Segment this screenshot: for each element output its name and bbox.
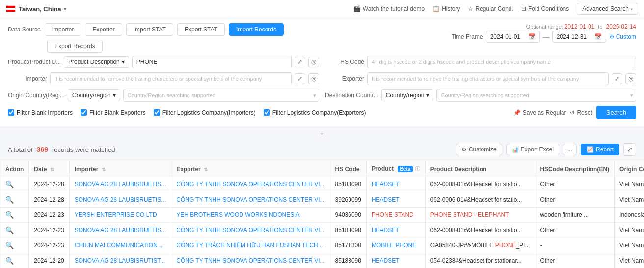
filter-logistics-importers-checkbox[interactable] xyxy=(154,109,160,116)
tab-exporter[interactable]: Exporter xyxy=(85,23,122,36)
col-date[interactable]: Date ⇅ xyxy=(29,161,69,177)
col-exporter[interactable]: Exporter ⇅ xyxy=(171,161,330,177)
origin-label: Origin Country(Regi... xyxy=(8,92,65,99)
search-icon[interactable]: 🔍 xyxy=(5,211,14,219)
fold-conditions-link[interactable]: ⊟ Fold Conditions xyxy=(521,5,569,12)
importer-expand-icon[interactable]: ⤢ xyxy=(295,73,305,84)
cell-date: 2024-12-23 xyxy=(29,208,69,223)
export-records-button[interactable]: Export Records xyxy=(47,40,103,53)
export-excel-button[interactable]: 📊 Export Excel xyxy=(506,144,559,155)
tab-export-stat[interactable]: Export STAT xyxy=(177,23,225,36)
filter-blank-importers-checkbox[interactable] xyxy=(8,109,14,116)
search-icon[interactable]: 🔍 xyxy=(5,257,14,265)
region-selector[interactable]: Taiwan, China ▾ xyxy=(6,5,66,13)
importer-scan-icon[interactable]: ◎ xyxy=(308,73,319,84)
exporter-scan-icon[interactable]: ◎ xyxy=(625,73,636,84)
origin-chevron-icon: ▾ xyxy=(113,92,116,99)
cell-exporter[interactable]: CÔNG TY TNHH SONOVA OPERATIONS CENTER VI… xyxy=(171,223,330,238)
search-icon[interactable]: 🔍 xyxy=(5,241,14,249)
history-link[interactable]: 📋 History xyxy=(432,5,460,12)
save-regular-label: Save as Regular xyxy=(523,109,566,116)
cell-action[interactable]: 🔍 xyxy=(0,223,29,238)
filter-logistics-importers-label: Filter Logistics Company(Importers) xyxy=(162,109,256,116)
filter-logistics-exporters-label: Filter Logistics Company(Exporters) xyxy=(272,109,366,116)
hs-code-input[interactable] xyxy=(367,56,636,68)
cell-action[interactable]: 🔍 xyxy=(0,192,29,208)
cell-hs-code: 85171300 xyxy=(330,238,366,253)
cell-action[interactable]: 🔍 xyxy=(0,238,29,253)
collapse-icon[interactable]: ⌄ xyxy=(319,128,325,136)
cell-exporter[interactable]: CÔNG TY TNHH SONOVA OPERATIONS CENTER VI… xyxy=(171,192,330,208)
search-icon[interactable]: 🔍 xyxy=(5,196,14,204)
cell-hs-code: 39269099 xyxy=(330,192,366,208)
filter-logistics-importers[interactable]: Filter Logistics Company(Importers) xyxy=(154,109,256,116)
time-frame-label: Time Frame xyxy=(451,33,483,40)
product-type-value: Product Description xyxy=(68,59,120,65)
cell-exporter[interactable]: CÔNG TY TRÁCH NHIỆM HỮU HAN FUSHAN TECH.… xyxy=(171,238,330,253)
product-type-select[interactable]: Product Description ▾ xyxy=(64,56,129,68)
report-icon: 📈 xyxy=(587,146,594,153)
report-button[interactable]: 📈 Report xyxy=(581,144,619,155)
cell-importer[interactable]: SONOVA AG 28 LAUBISRUETIS... xyxy=(69,177,171,192)
advanced-search-button[interactable]: Advanced Search › xyxy=(577,3,638,15)
exporter-input[interactable] xyxy=(367,72,609,85)
reset-icon: ↺ xyxy=(570,109,575,116)
cell-exporter[interactable]: CÔNG TY TNHH SONOVA OPERATIONS CENTER VI… xyxy=(171,253,330,268)
video-icon: 🎬 xyxy=(353,5,361,12)
tab-import-stat[interactable]: Import STAT xyxy=(126,23,173,36)
search-icon[interactable]: 🔍 xyxy=(5,226,14,234)
col-hscode-desc: HSCode Description(EN) xyxy=(535,161,615,177)
time-end-input[interactable]: 2024-12-31 📅 xyxy=(552,31,606,43)
product-search-input[interactable] xyxy=(132,56,292,68)
cell-importer[interactable]: SONOVA AG 28 LAUBISRUETIS... xyxy=(69,223,171,238)
importer-input[interactable] xyxy=(50,72,292,85)
expand-table-button[interactable]: ⤢ xyxy=(623,143,636,156)
optional-range: Optional range: 2012-01-01 to 2025-02-14 xyxy=(451,23,636,30)
cell-action[interactable]: 🔍 xyxy=(0,208,29,223)
cell-importer[interactable]: SONOVA AG 28 LAUBISRUETIS... xyxy=(69,192,171,208)
tab-importer[interactable]: Importer xyxy=(45,23,81,36)
dest-country-input[interactable] xyxy=(436,89,636,102)
cell-action[interactable]: 🔍 xyxy=(0,177,29,192)
search-button[interactable]: Search xyxy=(596,106,636,119)
filter-logistics-exporters-checkbox[interactable] xyxy=(264,109,270,116)
reset-button[interactable]: ↺ Reset xyxy=(570,109,592,116)
table-row: 🔍 2024-12-28 SONOVA AG 28 LAUBISRUETIS..… xyxy=(0,177,644,192)
fold-icon: ⊟ xyxy=(521,5,526,12)
product-expand-icon[interactable]: ⤢ xyxy=(295,57,305,67)
col-importer[interactable]: Importer ⇅ xyxy=(69,161,171,177)
filter-blank-exporters[interactable]: Filter Blank Exporters xyxy=(80,109,146,116)
origin-dropdown-icon: ▾ xyxy=(313,92,316,99)
cell-exporter[interactable]: YEH BROTHERS WOOD WORKSINDONESIA xyxy=(171,208,330,223)
cell-importer[interactable]: CHIUN MAI COMMUNICATION ... xyxy=(69,238,171,253)
search-icon[interactable]: 🔍 xyxy=(5,180,14,188)
filter-actions: 📌 Save as Regular ↺ Reset Search xyxy=(513,106,636,119)
custom-link[interactable]: ⚙ Custom xyxy=(609,33,636,40)
dest-country-select[interactable]: Country/region ▾ xyxy=(381,89,434,101)
cell-importer[interactable]: YERSH ENTERPRISE CO LTD xyxy=(69,208,171,223)
time-start-input[interactable]: 2024-01-01 📅 xyxy=(486,31,540,43)
regular-cond-link[interactable]: ☆ Regular Cond. xyxy=(468,5,513,12)
save-regular-button[interactable]: 📌 Save as Regular xyxy=(513,109,566,116)
star-icon: ☆ xyxy=(468,5,473,12)
regular-cond-label: Regular Cond. xyxy=(475,5,513,12)
tab-import-records[interactable]: Import Records xyxy=(229,23,284,36)
product-scan-icon[interactable]: ◎ xyxy=(308,57,319,67)
cell-action[interactable]: 🔍 xyxy=(0,253,29,268)
cell-importer[interactable]: SONOVA AG 28 LAUBISRUTIST... xyxy=(69,253,171,268)
tutorial-link[interactable]: 🎬 Watch the tutorial demo xyxy=(353,5,425,12)
table-row: 🔍 2024-12-23 SONOVA AG 28 LAUBISRUETIS..… xyxy=(0,223,644,238)
filter-blank-importers[interactable]: Filter Blank Importers xyxy=(8,109,73,116)
origin-select-value: Country/region xyxy=(72,92,111,99)
cell-origin: Viet Nam xyxy=(615,253,644,268)
filter-logistics-exporters[interactable]: Filter Logistics Company(Exporters) xyxy=(264,109,366,116)
origin-country-input[interactable] xyxy=(123,89,319,102)
chevron-down-icon: ▾ xyxy=(64,6,66,12)
filter-blank-exporters-checkbox[interactable] xyxy=(80,109,87,116)
customize-button[interactable]: ⚙ Customize xyxy=(456,144,502,155)
results-actions: ⚙ Customize 📊 Export Excel ... 📈 Report … xyxy=(456,143,636,156)
exporter-expand-icon[interactable]: ⤢ xyxy=(612,73,622,84)
origin-country-select[interactable]: Country/region ▾ xyxy=(68,89,120,101)
more-button[interactable]: ... xyxy=(563,144,577,155)
cell-exporter[interactable]: CÔNG TY TNHH SONOVA OPERATIONS CENTER VI… xyxy=(171,177,330,192)
